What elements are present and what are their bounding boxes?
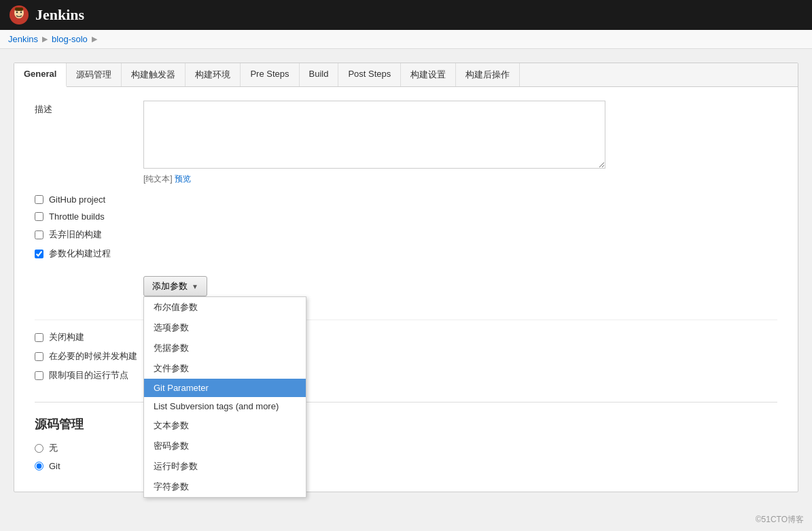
github-project-label[interactable]: GitHub project [49, 194, 105, 205]
tab-panel: General 源码管理 构建触发器 构建环境 Pre Steps Build … [14, 63, 798, 492]
description-textarea[interactable] [143, 101, 605, 169]
scm-none-radio[interactable] [35, 444, 43, 453]
dropdown-item-9[interactable]: 字符参数 [144, 477, 306, 497]
checkbox-params: 参数化构建过程 [35, 247, 777, 260]
dropdown-item-4[interactable]: Git Parameter [144, 379, 306, 397]
tab-post-build[interactable]: 构建后操作 [456, 63, 520, 86]
tab-bar: General 源码管理 构建触发器 构建环境 Pre Steps Build … [14, 63, 798, 87]
preview-text-area: [纯文本] 预览 [143, 173, 777, 185]
description-field: [纯文本] 预览 [143, 101, 777, 185]
svg-point-2 [16, 12, 18, 13]
scm-none-label[interactable]: 无 [49, 442, 58, 454]
add-param-label: 添加参数 [152, 280, 188, 292]
tab-build-triggers[interactable]: 构建触发器 [122, 63, 186, 86]
description-label: 描述 [35, 101, 143, 116]
tab-scm[interactable]: 源码管理 [67, 63, 122, 86]
dropdown-item-7[interactable]: 密码参数 [144, 436, 306, 456]
add-param-dropdown: 布尔值参数 选项参数 凭据参数 文件参数 Git Parameter List … [143, 296, 306, 498]
svg-point-3 [20, 12, 22, 13]
disable-build-label[interactable]: 关闭构建 [49, 331, 84, 343]
footer-watermark: ©51CTO博客 [756, 514, 804, 526]
tab-build-settings[interactable]: 构建设置 [401, 63, 456, 86]
tab-post-steps[interactable]: Post Steps [338, 63, 401, 86]
discard-old-builds-label[interactable]: 丢弃旧的构建 [49, 228, 102, 241]
restrict-node-label[interactable]: 限制项目的运行节点 [49, 369, 128, 381]
svg-rect-4 [15, 7, 23, 11]
breadcrumb-sep-1: ▶ [42, 35, 48, 44]
preview-link[interactable]: 预览 [175, 174, 191, 184]
dropdown-arrow-icon: ▼ [192, 283, 198, 290]
tab-pre-steps[interactable]: Pre Steps [241, 63, 299, 86]
dropdown-item-8[interactable]: 运行时参数 [144, 456, 306, 477]
dropdown-item-3[interactable]: 文件参数 [144, 358, 306, 379]
dropdown-item-6[interactable]: 文本参数 [144, 415, 306, 436]
github-project-checkbox[interactable] [35, 195, 43, 204]
checkbox-discard: 丢弃旧的构建 [35, 228, 777, 241]
add-param-area: 添加参数 ▼ 布尔值参数 选项参数 凭据参数 文件参数 Git Paramete… [143, 276, 207, 296]
tab-general[interactable]: General [14, 63, 67, 87]
header: Jenkins [0, 0, 812, 30]
tab-build[interactable]: Build [300, 63, 339, 86]
form-content: 描述 [纯文本] 预览 GitHub project Throttle buil… [14, 87, 798, 492]
description-row: 描述 [纯文本] 预览 [35, 101, 777, 185]
parameterize-build-label[interactable]: 参数化构建过程 [49, 247, 111, 260]
parameterize-build-checkbox[interactable] [35, 250, 43, 258]
restrict-node-checkbox[interactable] [35, 371, 43, 380]
breadcrumb-jenkins[interactable]: Jenkins [8, 34, 38, 44]
discard-old-builds-checkbox[interactable] [35, 230, 43, 239]
logo-area: Jenkins [8, 4, 84, 26]
checkbox-github: GitHub project [35, 194, 777, 205]
main-content: General 源码管理 构建触发器 构建环境 Pre Steps Build … [0, 49, 812, 506]
add-param-button[interactable]: 添加参数 ▼ [143, 276, 207, 296]
breadcrumb: Jenkins ▶ blog-solo ▶ [0, 30, 812, 49]
breadcrumb-sep-2: ▶ [92, 35, 97, 44]
scm-git-label[interactable]: Git [49, 461, 60, 471]
dropdown-item-0[interactable]: 布尔值参数 [144, 297, 306, 318]
jenkins-logo-icon [8, 4, 30, 26]
scm-git-radio[interactable] [35, 462, 43, 470]
dropdown-item-2[interactable]: 凭据参数 [144, 338, 306, 358]
concurrent-build-checkbox[interactable] [35, 352, 43, 361]
checkbox-throttle: Throttle builds [35, 211, 777, 222]
concurrent-build-label[interactable]: 在必要的时候并发构建 [49, 350, 137, 362]
plain-text-label: [纯文本] [143, 174, 173, 184]
throttle-builds-label[interactable]: Throttle builds [49, 211, 105, 222]
dropdown-item-1[interactable]: 选项参数 [144, 318, 306, 338]
disable-build-checkbox[interactable] [35, 333, 43, 342]
dropdown-item-5[interactable]: List Subversion tags (and more) [144, 397, 306, 415]
tab-build-env[interactable]: 构建环境 [186, 63, 241, 86]
breadcrumb-blog-solo[interactable]: blog-solo [52, 34, 88, 44]
throttle-builds-checkbox[interactable] [35, 212, 43, 221]
app-title: Jenkins [35, 6, 84, 24]
